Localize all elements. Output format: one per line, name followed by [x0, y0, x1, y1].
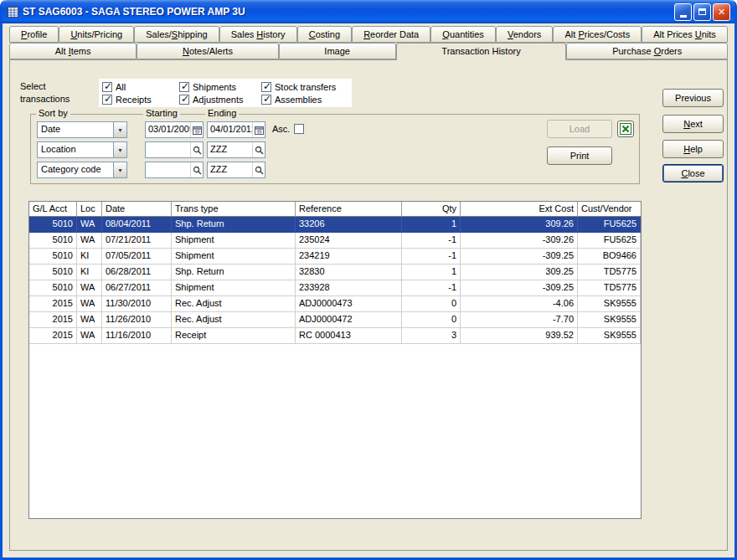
table-row[interactable]: 5010 WA 07/21/2011 Shipment 235024 -1 -3…	[29, 233, 641, 249]
search-icon[interactable]	[190, 162, 203, 177]
column-header-cust-vendor[interactable]: Cust/Vendor	[578, 202, 641, 217]
column-header-reference[interactable]: Reference	[296, 202, 402, 217]
checkbox-stock-transfers-box[interactable]	[261, 82, 271, 92]
maximize-button[interactable]	[693, 3, 711, 21]
load-button[interactable]: Load	[547, 120, 612, 138]
ending-date-input[interactable]: 04/01/2012	[207, 121, 265, 138]
cell-reference: 33206	[296, 217, 402, 233]
cell-reference: 32830	[296, 265, 402, 280]
tab-sales-history[interactable]: Sales History	[219, 26, 297, 43]
tab-alt-items[interactable]: Alt Items	[9, 43, 137, 59]
tab-image[interactable]: Image	[279, 43, 396, 59]
cell-cust-vendor: FU5625	[578, 233, 641, 249]
app-icon	[7, 6, 19, 18]
help-button[interactable]: Help	[662, 140, 724, 158]
calendar-icon[interactable]	[190, 122, 203, 137]
tab-transaction-history[interactable]: Transaction History	[396, 43, 567, 60]
tab-profile[interactable]: Profile	[9, 26, 59, 43]
tab-quantities[interactable]: Quantities	[430, 26, 496, 43]
cell-gl-acct: 2015	[29, 296, 77, 312]
column-header-trans-type[interactable]: Trans type	[172, 202, 296, 217]
chevron-down-icon[interactable]: ▼	[113, 122, 126, 137]
checkbox-adjustments-label: Adjustments	[193, 95, 244, 105]
starting-date-input[interactable]: 03/01/2009	[145, 121, 204, 138]
cell-loc: WA	[77, 280, 102, 296]
checkbox-shipments[interactable]: Shipments	[179, 82, 261, 92]
category-end-input[interactable]: ZZZ	[207, 162, 265, 178]
next-button[interactable]: Next	[662, 115, 724, 133]
cell-qty: 1	[402, 265, 461, 280]
cell-ext-cost: 939.52	[461, 328, 578, 344]
sort-field-3-value: Category code	[38, 162, 113, 177]
close-button[interactable]: Close	[662, 164, 724, 182]
cell-reference: 235024	[296, 233, 402, 249]
ending-date-value: 04/01/2012	[208, 122, 252, 137]
sort-field-2-value: Location	[38, 142, 113, 157]
previous-button[interactable]: Previous	[662, 89, 724, 107]
table-row[interactable]: 2015 WA 11/16/2010 Receipt RC 0000413 3 …	[29, 328, 641, 344]
tab-costing[interactable]: Costing	[297, 26, 352, 43]
search-icon[interactable]	[190, 142, 203, 157]
column-header-ext-cost[interactable]: Ext Cost	[461, 202, 578, 217]
print-button[interactable]: Print	[547, 146, 612, 165]
cell-ext-cost: -4.06	[461, 296, 578, 312]
table-row[interactable]: 5010 KI 06/28/2011 Shp. Return 32830 1 3…	[29, 265, 641, 280]
tab-purchase-orders[interactable]: Purchase Orders	[566, 43, 728, 59]
table-row[interactable]: 5010 WA 06/27/2011 Shipment 233928 -1 -3…	[29, 280, 641, 296]
cell-loc: WA	[77, 217, 102, 233]
checkbox-receipts-box[interactable]	[102, 95, 112, 105]
table-row[interactable]: 2015 WA 11/30/2010 Rec. Adjust ADJ000047…	[29, 296, 641, 312]
table-row[interactable]: 2015 WA 11/26/2010 Rec. Adjust ADJ000047…	[29, 312, 641, 328]
cell-date: 11/26/2010	[102, 312, 172, 328]
cell-trans-type: Receipt	[172, 328, 296, 344]
category-start-value	[146, 162, 190, 177]
checkbox-adjustments[interactable]: Adjustments	[179, 95, 261, 105]
tab-vendors[interactable]: Vendors	[496, 26, 554, 43]
column-header-gl-acct[interactable]: G/L Acct	[29, 202, 77, 217]
checkbox-all-box[interactable]	[102, 82, 112, 92]
checkbox-shipments-label: Shipments	[193, 82, 236, 92]
column-header-loc[interactable]: Loc	[77, 202, 102, 217]
checkbox-stock-transfers[interactable]: Stock transfers	[261, 82, 348, 92]
ascending-checkbox[interactable]	[294, 124, 304, 134]
minimize-button[interactable]	[674, 3, 692, 21]
tab-alt-prices-costs[interactable]: Alt Prices/Costs	[553, 26, 642, 43]
checkbox-adjustments-box[interactable]	[179, 95, 189, 105]
category-start-input[interactable]	[145, 162, 204, 178]
checkbox-assemblies-box[interactable]	[261, 95, 271, 105]
location-end-value: ZZZ	[208, 142, 252, 157]
search-icon[interactable]	[252, 162, 265, 177]
tab-reorder-data[interactable]: Reorder Data	[352, 26, 430, 43]
excel-export-button[interactable]	[617, 121, 634, 137]
chevron-down-icon[interactable]: ▼	[113, 142, 126, 157]
table-row[interactable]: 5010 WA 08/04/2011 Shp. Return 33206 1 3…	[29, 217, 641, 233]
cell-cust-vendor: TD5775	[578, 265, 641, 280]
checkbox-assemblies[interactable]: Assemblies	[261, 95, 348, 105]
tab-sales-shipping[interactable]: Sales/Shipping	[134, 26, 219, 43]
cell-ext-cost: 309.26	[461, 217, 578, 233]
location-start-input[interactable]	[145, 141, 204, 158]
checkbox-all[interactable]: All	[102, 82, 179, 92]
sort-field-2-dropdown[interactable]: Location ▼	[37, 141, 127, 158]
sort-field-1-dropdown[interactable]: Date ▼	[37, 121, 127, 138]
cell-gl-acct: 2015	[29, 312, 77, 328]
cell-loc: WA	[77, 233, 102, 249]
chevron-down-icon[interactable]: ▼	[113, 162, 126, 177]
location-end-input[interactable]: ZZZ	[207, 141, 265, 158]
table-row[interactable]: 5010 KI 07/05/2011 Shipment 234219 -1 -3…	[29, 249, 641, 265]
column-header-date[interactable]: Date	[102, 202, 172, 217]
tab-units-pricing[interactable]: Units/Pricing	[59, 26, 134, 43]
tab-alt-prices-units[interactable]: Alt Prices Units	[642, 26, 728, 43]
checkbox-assemblies-label: Assemblies	[275, 95, 322, 105]
close-window-button[interactable]: ✕	[713, 3, 730, 21]
sort-field-3-dropdown[interactable]: Category code ▼	[37, 162, 127, 178]
cell-trans-type: Shipment	[172, 280, 296, 296]
checkbox-shipments-box[interactable]	[179, 82, 189, 92]
search-icon[interactable]	[252, 142, 265, 157]
column-header-qty[interactable]: Qty	[402, 202, 461, 217]
table-header-row: G/L Acct Loc Date Trans type Reference Q…	[29, 202, 641, 217]
calendar-icon[interactable]	[252, 122, 265, 137]
cell-ext-cost: 309.25	[461, 265, 578, 280]
checkbox-receipts[interactable]: Receipts	[102, 95, 179, 105]
tab-notes-alerts[interactable]: Notes/Alerts	[137, 43, 278, 59]
